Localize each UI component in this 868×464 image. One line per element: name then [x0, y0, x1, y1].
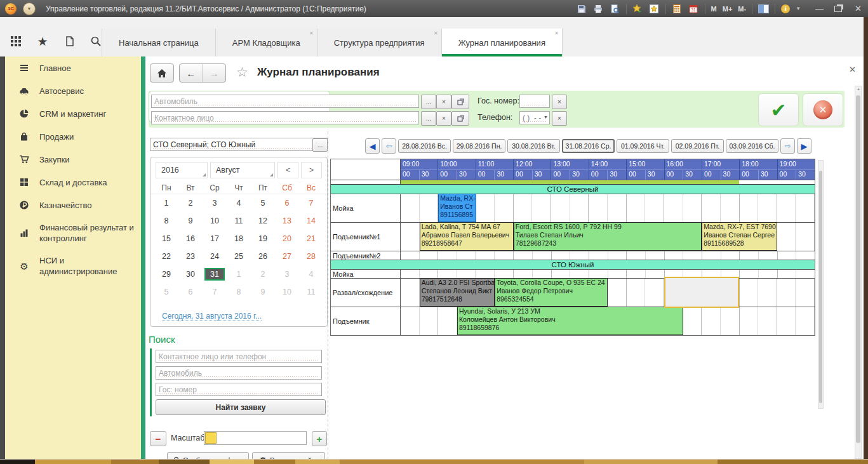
grid-cell[interactable]: [438, 307, 457, 335]
form-vertical-scrollbar[interactable]: ▲: [855, 86, 862, 459]
calendar-day[interactable]: 15: [154, 230, 178, 248]
calendar-day[interactable]: 4: [227, 194, 251, 212]
date-button[interactable]: 02.09.2016 Пт.: [671, 139, 724, 153]
form-scrollbar-thumb[interactable]: [856, 95, 860, 443]
calendar-day[interactable]: 6: [178, 283, 203, 301]
back-button[interactable]: ←: [180, 64, 203, 82]
sidebar-item[interactable]: Финансовый результат и контроллинг: [5, 216, 141, 249]
grid-cell[interactable]: [683, 307, 702, 335]
calendar-day[interactable]: 8: [227, 283, 251, 301]
confirm-button[interactable]: ✔: [758, 93, 799, 126]
gov-number-clear-icon[interactable]: ×: [552, 95, 567, 109]
contact-clear-icon[interactable]: ×: [436, 111, 451, 126]
grid-cell[interactable]: [401, 223, 420, 251]
contact-open-icon[interactable]: [451, 111, 469, 126]
grid-cell[interactable]: [759, 270, 778, 278]
grid-cell[interactable]: [570, 251, 589, 260]
calendar-day[interactable]: 27: [275, 248, 299, 265]
date-button[interactable]: 31.08.2016 Ср.: [562, 139, 615, 153]
selection-box[interactable]: [664, 277, 740, 308]
grid-cell[interactable]: [627, 194, 646, 222]
grid-cell[interactable]: [777, 307, 796, 335]
grid-cell[interactable]: [589, 194, 608, 222]
appointment[interactable]: Hyundai, Solaris, У 213 УМКоломейцев Ант…: [457, 307, 683, 335]
history-icon[interactable]: [62, 34, 76, 48]
calendar-day[interactable]: 10: [203, 212, 227, 230]
prev-week-icon[interactable]: ◀: [365, 138, 380, 154]
panel-splitter[interactable]: [328, 131, 328, 459]
zoom-out-button[interactable]: −: [150, 431, 166, 446]
date-button[interactable]: 28.08.2016 Вс.: [398, 139, 451, 153]
tab-active[interactable]: Журнал планирования✕: [442, 29, 563, 56]
sidebar-item[interactable]: Главное: [5, 56, 141, 79]
grid-cell[interactable]: [401, 307, 420, 335]
grid-cell[interactable]: [608, 194, 627, 222]
grid-cell[interactable]: [608, 251, 627, 260]
grid-cell[interactable]: [721, 307, 740, 335]
grid-cell[interactable]: [589, 270, 608, 278]
tab-item[interactable]: Начальная страница: [102, 29, 216, 56]
calendar-day[interactable]: 16: [178, 230, 203, 248]
grid-cell[interactable]: [457, 251, 476, 260]
grid-cell[interactable]: [796, 194, 815, 222]
grid-cell[interactable]: [758, 307, 777, 335]
grid-cell[interactable]: [552, 251, 571, 260]
grid-cell[interactable]: [627, 279, 646, 307]
zoom-in-button[interactable]: +: [312, 431, 327, 446]
grid-cell[interactable]: [532, 194, 551, 222]
grid-cell[interactable]: [514, 270, 533, 278]
calendar-day[interactable]: 8: [154, 212, 178, 230]
workshops-input[interactable]: [150, 138, 328, 151]
grid-cell[interactable]: [589, 251, 608, 260]
grid-cell[interactable]: [702, 251, 721, 260]
minimize-button[interactable]: —: [815, 4, 824, 13]
close-window-button[interactable]: ✕: [855, 4, 862, 13]
info-dropdown-icon[interactable]: ▼: [796, 6, 801, 11]
grid-cell[interactable]: [457, 270, 476, 278]
grid-cell[interactable]: [778, 270, 797, 278]
grid-cell[interactable]: [570, 194, 589, 222]
contact-filter-input[interactable]: [151, 111, 419, 124]
grid-cell[interactable]: [438, 251, 457, 260]
calendar-day[interactable]: 31: [203, 265, 227, 283]
calendar-day[interactable]: 18: [227, 230, 251, 248]
scrollbar-up-icon[interactable]: ▲: [857, 87, 860, 91]
grid-cell[interactable]: [796, 270, 815, 278]
grid-cell[interactable]: [777, 194, 796, 222]
calendar-day[interactable]: 10: [275, 283, 299, 301]
search-car-input[interactable]: [156, 366, 322, 380]
phone-dropdown-icon[interactable]: ▼: [544, 115, 548, 119]
appointment[interactable]: Mazda, RX-Иванов Ст891156895: [438, 194, 476, 222]
grid-cell[interactable]: [533, 270, 552, 278]
calendar-day[interactable]: 26: [251, 248, 275, 265]
grid-cell[interactable]: [740, 307, 759, 335]
calendar-prev-button[interactable]: <: [277, 162, 298, 178]
grid-cell[interactable]: [533, 251, 552, 260]
grid-cell[interactable]: [608, 279, 627, 307]
calendar-day[interactable]: 1: [154, 194, 178, 212]
grid-cell[interactable]: [758, 194, 777, 222]
calendar-day[interactable]: 4: [299, 265, 323, 283]
grid-cell[interactable]: [476, 270, 495, 278]
save-icon[interactable]: [577, 3, 587, 14]
grid-cell[interactable]: [401, 270, 420, 278]
calendar-day[interactable]: 13: [275, 212, 299, 230]
calendar-day[interactable]: 23: [178, 248, 203, 265]
grid-cell[interactable]: [796, 279, 815, 307]
calendar-day[interactable]: 1: [227, 265, 251, 283]
search-gov-number-input[interactable]: [156, 383, 322, 396]
print-preview-icon[interactable]: [610, 3, 620, 14]
grid-cell[interactable]: [778, 251, 797, 260]
grid-cell[interactable]: [721, 251, 740, 260]
phone-clear-icon[interactable]: ×: [552, 111, 567, 126]
calendar-day[interactable]: 14: [299, 212, 323, 230]
grid-cell[interactable]: [420, 307, 439, 335]
grid-cell[interactable]: [740, 251, 759, 260]
maximize-button[interactable]: [834, 6, 842, 12]
grid-cell[interactable]: [401, 279, 420, 307]
grid-cell[interactable]: [608, 270, 627, 278]
tab-close-icon[interactable]: ✕: [554, 30, 559, 36]
calendar-day[interactable]: 22: [154, 248, 178, 265]
calendar-day[interactable]: 3: [203, 194, 227, 212]
os-taskbar[interactable]: [0, 459, 868, 464]
